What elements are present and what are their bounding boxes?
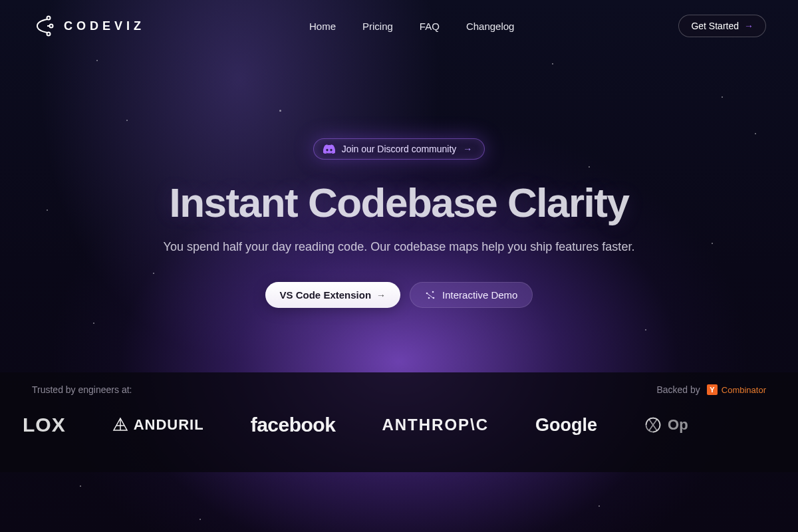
backed-by: Backed by Y Combinator: [656, 384, 766, 395]
svg-point-0: [47, 17, 51, 20]
arrow-right-icon: →: [463, 144, 472, 154]
company-logo-roblox: LOX: [23, 414, 66, 436]
main-nav: Home Pricing FAQ Changelog: [309, 21, 514, 32]
nav-faq[interactable]: FAQ: [420, 21, 440, 32]
hero-button-row: VS Code Extension → Interactive Demo: [265, 282, 533, 308]
vscode-extension-button[interactable]: VS Code Extension →: [265, 282, 401, 308]
company-logo-anthropic: ANTHROP\C: [382, 416, 489, 434]
secondary-btn-label: Interactive Demo: [442, 289, 517, 301]
company-logo-anduril: ANDURIL: [112, 416, 204, 434]
backed-by-label: Backed by: [656, 384, 700, 395]
arrow-right-icon: →: [744, 21, 753, 31]
hero-headline: Instant Codebase Clarity: [170, 181, 629, 224]
hero-subhead: You spend half your day reading code. Ou…: [164, 240, 635, 254]
discord-label: Join our Discord community: [342, 144, 457, 154]
brand-name: CODEVIZ: [64, 19, 145, 33]
discord-icon: [323, 144, 335, 154]
nav-home[interactable]: Home: [309, 21, 336, 32]
svg-point-4: [432, 291, 434, 293]
primary-btn-label: VS Code Extension: [280, 289, 372, 301]
svg-point-6: [433, 297, 435, 299]
company-logo-openai: Op: [644, 416, 688, 434]
interactive-demo-button[interactable]: Interactive Demo: [410, 282, 533, 308]
header: CODEVIZ Home Pricing FAQ Changelog Get S…: [0, 0, 798, 52]
company-logo-marquee: LOX ANDURIL facebook ANTHROP\C Google: [0, 395, 789, 436]
strip-top-row: Trusted by engineers at: Backed by Y Com…: [0, 372, 798, 395]
discord-pill-button[interactable]: Join our Discord community →: [313, 138, 485, 160]
get-started-button[interactable]: Get Started →: [678, 15, 766, 37]
hero-section: Join our Discord community → Instant Cod…: [0, 138, 798, 308]
svg-point-5: [428, 297, 430, 299]
nav-pricing[interactable]: Pricing: [362, 21, 393, 32]
openai-icon: [644, 416, 662, 434]
company-logo-facebook: facebook: [251, 414, 336, 436]
svg-point-1: [50, 25, 53, 28]
arrow-right-icon: →: [376, 290, 386, 301]
get-started-label: Get Started: [691, 21, 739, 31]
ycombinator-tag: Y Combinator: [707, 384, 766, 395]
codeviz-logo-icon: [32, 15, 55, 37]
sparkle-icon: [425, 290, 436, 301]
company-logo-google: Google: [535, 415, 597, 436]
anduril-icon: [112, 417, 128, 433]
brand-logo[interactable]: CODEVIZ: [32, 15, 145, 37]
svg-point-2: [47, 33, 51, 36]
trusted-by-label: Trusted by engineers at:: [32, 384, 132, 395]
header-right: Get Started →: [678, 15, 766, 37]
yc-name: Combinator: [722, 385, 766, 395]
yc-icon: Y: [707, 384, 718, 395]
nav-changelog[interactable]: Changelog: [466, 21, 515, 32]
social-proof-strip: Trusted by engineers at: Backed by Y Com…: [0, 372, 798, 472]
